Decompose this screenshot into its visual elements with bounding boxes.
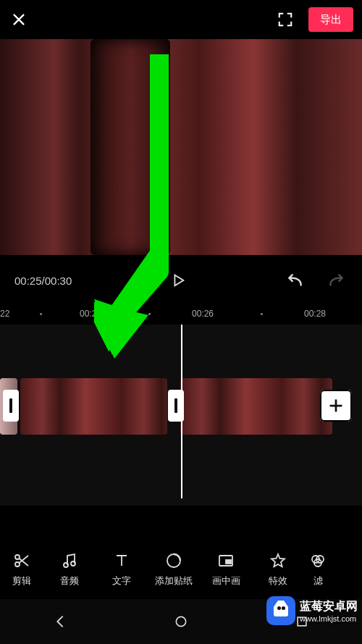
- filter-icon: [308, 551, 327, 570]
- svg-rect-10: [226, 560, 231, 564]
- svg-point-5: [15, 562, 20, 566]
- video-clip[interactable]: [20, 378, 167, 435]
- tool-label: 特效: [269, 574, 287, 587]
- watermark-title: 蓝莓安卓网: [300, 599, 358, 614]
- text-icon: [112, 551, 131, 570]
- bottom-toolbar: 剪辑 音频 文字 添加贴纸 画中画 特效 滤: [0, 540, 362, 599]
- watermark: 蓝莓安卓网 www.lmkjst.com: [266, 596, 358, 625]
- svg-point-14: [176, 616, 185, 626]
- fullscreen-icon[interactable]: [275, 9, 295, 30]
- music-icon: [60, 551, 79, 570]
- undo-button[interactable]: [284, 269, 306, 291]
- ruler-tick: 00:26: [192, 309, 214, 319]
- tool-label: 添加贴纸: [155, 574, 193, 587]
- add-clip-button[interactable]: [320, 390, 352, 422]
- ruler-tick: 22: [0, 309, 9, 319]
- nav-home-button[interactable]: [159, 607, 203, 636]
- star-icon: [269, 551, 287, 570]
- svg-point-4: [15, 555, 20, 559]
- video-preview[interactable]: [0, 39, 362, 255]
- tool-pip[interactable]: 画中画: [200, 540, 252, 599]
- tool-label: 画中画: [212, 574, 240, 587]
- time-display: 00:25/00:30: [14, 275, 72, 287]
- transition-handle[interactable]: [3, 390, 19, 422]
- ruler-tick: 00:24: [80, 309, 101, 319]
- sticker-icon: [164, 551, 183, 570]
- timeline-ruler[interactable]: 22 00:24 00:26 00:28: [0, 306, 362, 325]
- tool-label: 剪辑: [12, 574, 31, 587]
- tool-filter[interactable]: 滤: [304, 540, 332, 599]
- watermark-icon: [266, 596, 295, 625]
- ruler-tick: 00:28: [304, 309, 326, 319]
- scissors-icon: [12, 551, 31, 570]
- nav-back-button[interactable]: [38, 607, 82, 636]
- tool-label: 音频: [60, 574, 79, 587]
- watermark-url: www.lmkjst.com: [300, 614, 358, 623]
- tool-edit[interactable]: 剪辑: [0, 540, 43, 599]
- tool-effects[interactable]: 特效: [252, 540, 304, 599]
- tool-label: 滤: [313, 574, 323, 587]
- pip-icon: [216, 551, 235, 570]
- tool-sticker[interactable]: 添加贴纸: [148, 540, 200, 599]
- playhead[interactable]: [181, 325, 183, 498]
- tool-label: 文字: [112, 574, 131, 587]
- play-button[interactable]: [167, 269, 189, 291]
- tool-audio[interactable]: 音频: [43, 540, 96, 599]
- export-button[interactable]: 导出: [308, 7, 353, 32]
- close-icon[interactable]: [9, 9, 29, 30]
- redo-button: [326, 269, 348, 291]
- tool-text[interactable]: 文字: [96, 540, 148, 599]
- video-clip[interactable]: [180, 378, 332, 435]
- timeline[interactable]: [0, 325, 362, 506]
